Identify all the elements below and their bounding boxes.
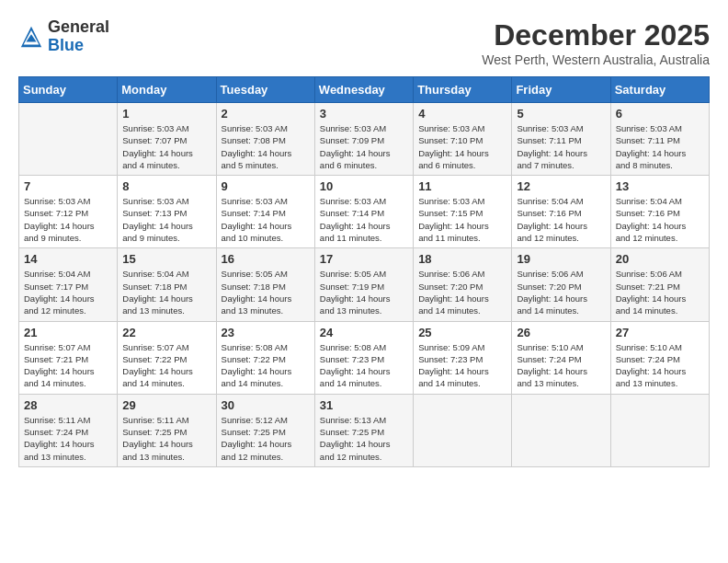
weekday-header-cell: Tuesday	[216, 77, 314, 103]
day-number: 8	[122, 179, 210, 193]
day-info: Sunrise: 5:13 AM Sunset: 7:25 PM Dayligh…	[320, 414, 408, 463]
logo: General Blue	[18, 18, 109, 55]
weekday-header-cell: Saturday	[610, 77, 709, 103]
title-area: December 2025 West Perth, Western Austra…	[482, 18, 710, 67]
weekday-header-cell: Thursday	[414, 77, 512, 103]
day-info: Sunrise: 5:04 AM Sunset: 7:16 PM Dayligh…	[616, 195, 704, 244]
calendar-day-cell: 22Sunrise: 5:07 AM Sunset: 7:22 PM Dayli…	[118, 321, 216, 394]
day-info: Sunrise: 5:10 AM Sunset: 7:24 PM Dayligh…	[616, 341, 704, 390]
calendar-day-cell: 24Sunrise: 5:08 AM Sunset: 7:23 PM Dayli…	[314, 321, 413, 394]
calendar-day-cell: 7Sunrise: 5:03 AM Sunset: 7:12 PM Daylig…	[19, 176, 118, 248]
calendar-body: 1Sunrise: 5:03 AM Sunset: 7:07 PM Daylig…	[19, 103, 710, 467]
calendar-day-cell: 26Sunrise: 5:10 AM Sunset: 7:24 PM Dayli…	[512, 321, 610, 394]
day-info: Sunrise: 5:07 AM Sunset: 7:22 PM Dayligh…	[122, 341, 210, 390]
day-number: 14	[24, 252, 112, 266]
day-number: 18	[418, 252, 506, 266]
calendar-day-cell: 4Sunrise: 5:03 AM Sunset: 7:10 PM Daylig…	[414, 103, 512, 176]
calendar-day-cell: 18Sunrise: 5:06 AM Sunset: 7:20 PM Dayli…	[414, 248, 512, 321]
calendar-day-cell: 2Sunrise: 5:03 AM Sunset: 7:08 PM Daylig…	[216, 103, 314, 176]
calendar-day-cell	[512, 394, 610, 466]
calendar-day-cell: 3Sunrise: 5:03 AM Sunset: 7:09 PM Daylig…	[314, 103, 413, 176]
day-number: 20	[616, 252, 704, 266]
calendar-day-cell: 10Sunrise: 5:03 AM Sunset: 7:14 PM Dayli…	[314, 176, 413, 248]
calendar-day-cell: 14Sunrise: 5:04 AM Sunset: 7:17 PM Dayli…	[19, 248, 118, 321]
day-number: 12	[517, 179, 605, 193]
day-info: Sunrise: 5:06 AM Sunset: 7:20 PM Dayligh…	[418, 268, 506, 316]
calendar-week-row: 14Sunrise: 5:04 AM Sunset: 7:17 PM Dayli…	[19, 248, 710, 321]
day-number: 11	[418, 179, 506, 193]
calendar-day-cell: 29Sunrise: 5:11 AM Sunset: 7:25 PM Dayli…	[118, 394, 216, 466]
day-number: 13	[616, 179, 704, 193]
day-info: Sunrise: 5:06 AM Sunset: 7:21 PM Dayligh…	[616, 268, 704, 316]
calendar-week-row: 1Sunrise: 5:03 AM Sunset: 7:07 PM Daylig…	[19, 103, 710, 176]
calendar-day-cell: 27Sunrise: 5:10 AM Sunset: 7:24 PM Dayli…	[610, 321, 709, 394]
logo-text: General Blue	[48, 18, 109, 55]
day-info: Sunrise: 5:03 AM Sunset: 7:14 PM Dayligh…	[320, 195, 408, 244]
calendar-day-cell: 30Sunrise: 5:12 AM Sunset: 7:25 PM Dayli…	[216, 394, 314, 466]
weekday-header-cell: Monday	[118, 77, 216, 103]
calendar-day-cell	[414, 394, 512, 466]
day-number: 31	[320, 398, 408, 412]
day-info: Sunrise: 5:03 AM Sunset: 7:15 PM Dayligh…	[418, 195, 506, 244]
day-number: 2	[222, 107, 310, 121]
day-info: Sunrise: 5:03 AM Sunset: 7:14 PM Dayligh…	[222, 195, 310, 244]
day-number: 16	[222, 252, 310, 266]
location-subtitle: West Perth, Western Australia, Australia	[482, 52, 710, 67]
day-number: 4	[418, 107, 506, 121]
day-number: 29	[122, 398, 210, 412]
calendar-table: SundayMondayTuesdayWednesdayThursdayFrid…	[18, 76, 710, 467]
weekday-header-cell: Wednesday	[314, 77, 413, 103]
calendar-day-cell: 6Sunrise: 5:03 AM Sunset: 7:11 PM Daylig…	[610, 103, 709, 176]
calendar-day-cell: 13Sunrise: 5:04 AM Sunset: 7:16 PM Dayli…	[610, 176, 709, 248]
day-info: Sunrise: 5:11 AM Sunset: 7:25 PM Dayligh…	[122, 414, 210, 463]
day-number: 27	[616, 326, 704, 339]
calendar-day-cell: 5Sunrise: 5:03 AM Sunset: 7:11 PM Daylig…	[512, 103, 610, 176]
day-number: 22	[122, 326, 210, 339]
calendar-day-cell: 9Sunrise: 5:03 AM Sunset: 7:14 PM Daylig…	[216, 176, 314, 248]
logo-icon	[18, 24, 44, 50]
weekday-header-cell: Sunday	[19, 77, 118, 103]
day-number: 9	[222, 179, 310, 193]
day-number: 23	[222, 326, 310, 339]
calendar-week-row: 28Sunrise: 5:11 AM Sunset: 7:24 PM Dayli…	[19, 394, 710, 466]
calendar-day-cell	[19, 103, 118, 176]
day-number: 25	[418, 326, 506, 339]
day-number: 15	[122, 252, 210, 266]
day-number: 17	[320, 252, 408, 266]
weekday-header-cell: Friday	[512, 77, 610, 103]
day-number: 21	[24, 326, 112, 339]
calendar-day-cell: 16Sunrise: 5:05 AM Sunset: 7:18 PM Dayli…	[216, 248, 314, 321]
day-info: Sunrise: 5:04 AM Sunset: 7:18 PM Dayligh…	[122, 268, 210, 316]
calendar-week-row: 7Sunrise: 5:03 AM Sunset: 7:12 PM Daylig…	[19, 176, 710, 248]
day-info: Sunrise: 5:03 AM Sunset: 7:11 PM Dayligh…	[517, 122, 605, 171]
page-header: General Blue December 2025 West Perth, W…	[18, 18, 710, 67]
day-number: 7	[24, 179, 112, 193]
day-number: 3	[320, 107, 408, 121]
calendar-day-cell: 28Sunrise: 5:11 AM Sunset: 7:24 PM Dayli…	[19, 394, 118, 466]
calendar-day-cell: 19Sunrise: 5:06 AM Sunset: 7:20 PM Dayli…	[512, 248, 610, 321]
day-info: Sunrise: 5:03 AM Sunset: 7:11 PM Dayligh…	[616, 122, 704, 171]
calendar-day-cell: 20Sunrise: 5:06 AM Sunset: 7:21 PM Dayli…	[610, 248, 709, 321]
day-info: Sunrise: 5:10 AM Sunset: 7:24 PM Dayligh…	[517, 341, 605, 390]
calendar-day-cell: 17Sunrise: 5:05 AM Sunset: 7:19 PM Dayli…	[314, 248, 413, 321]
day-info: Sunrise: 5:06 AM Sunset: 7:20 PM Dayligh…	[517, 268, 605, 316]
day-info: Sunrise: 5:04 AM Sunset: 7:16 PM Dayligh…	[517, 195, 605, 244]
day-info: Sunrise: 5:08 AM Sunset: 7:23 PM Dayligh…	[320, 341, 408, 390]
day-number: 26	[517, 326, 605, 339]
day-info: Sunrise: 5:03 AM Sunset: 7:09 PM Dayligh…	[320, 122, 408, 171]
day-number: 1	[122, 107, 210, 121]
calendar-week-row: 21Sunrise: 5:07 AM Sunset: 7:21 PM Dayli…	[19, 321, 710, 394]
day-info: Sunrise: 5:09 AM Sunset: 7:23 PM Dayligh…	[418, 341, 506, 390]
day-info: Sunrise: 5:03 AM Sunset: 7:12 PM Dayligh…	[24, 195, 112, 244]
weekday-header-row: SundayMondayTuesdayWednesdayThursdayFrid…	[19, 77, 710, 103]
calendar-day-cell: 11Sunrise: 5:03 AM Sunset: 7:15 PM Dayli…	[414, 176, 512, 248]
day-number: 19	[517, 252, 605, 266]
day-info: Sunrise: 5:11 AM Sunset: 7:24 PM Dayligh…	[24, 414, 112, 463]
calendar-day-cell: 21Sunrise: 5:07 AM Sunset: 7:21 PM Dayli…	[19, 321, 118, 394]
calendar-day-cell: 8Sunrise: 5:03 AM Sunset: 7:13 PM Daylig…	[118, 176, 216, 248]
calendar-day-cell: 23Sunrise: 5:08 AM Sunset: 7:22 PM Dayli…	[216, 321, 314, 394]
day-number: 24	[320, 326, 408, 339]
calendar-day-cell: 31Sunrise: 5:13 AM Sunset: 7:25 PM Dayli…	[314, 394, 413, 466]
day-number: 6	[616, 107, 704, 121]
day-info: Sunrise: 5:03 AM Sunset: 7:08 PM Dayligh…	[222, 122, 310, 171]
